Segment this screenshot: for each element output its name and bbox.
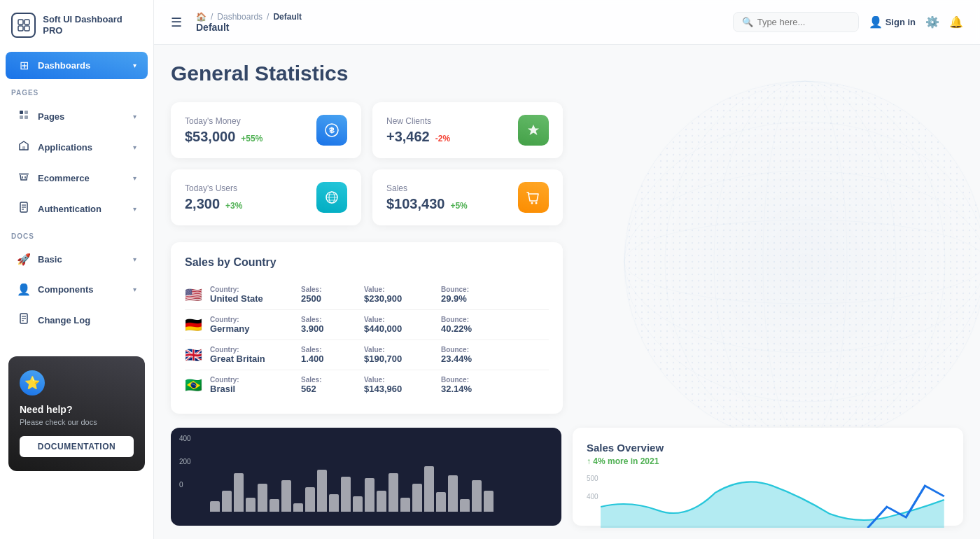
content-inner: General Statistics Today's Money $53,000… <box>171 62 963 526</box>
docs-section-label: DOCS <box>0 224 153 244</box>
bar-chart <box>185 449 547 512</box>
content-area: /* dots rendered via pattern below */ Ge… <box>154 45 980 539</box>
gear-icon: ⚙️ <box>925 15 939 29</box>
svg-rect-8 <box>22 146 25 150</box>
overview-title: Sales Overview <box>587 442 949 454</box>
sidebar-item-dashboards[interactable]: ⊞ Dashboards ▾ <box>6 52 148 79</box>
changelog-label: Change Log <box>38 315 90 326</box>
user-icon: 👤 <box>869 15 883 29</box>
help-star-icon: ⭐ <box>20 370 45 396</box>
components-label: Components <box>38 284 93 295</box>
pages-label: Pages <box>38 111 64 122</box>
sidebar: Soft UI Dashboard PRO ⊞ Dashboards ▾ PAG… <box>0 0 154 539</box>
country-row: 🇧🇷 Country: Brasil Sales: 562 Value: $14… <box>185 370 549 400</box>
bar <box>234 473 244 512</box>
documentation-button[interactable]: DOCUMENTATION <box>20 436 134 457</box>
bar <box>365 478 374 512</box>
stat-card-sales: Sales $103,430 +5% <box>372 169 563 225</box>
logo-text: Soft UI Dashboard PRO <box>43 14 142 36</box>
help-subtitle: Please check our docs <box>20 418 134 426</box>
stats-grid: Today's Money $53,000 +55% New Clients <box>171 102 563 225</box>
flag: 🇬🇧 <box>185 346 210 363</box>
bar-chart-card: 400 200 0 <box>171 428 561 526</box>
signin-button[interactable]: 👤 Sign in <box>869 15 916 29</box>
sales-by-country-title: Sales by Country <box>185 256 549 269</box>
bar <box>210 501 220 512</box>
pages-icon <box>17 109 31 123</box>
sidebar-item-changelog[interactable]: Change Log <box>6 306 148 334</box>
breadcrumb-dashboards[interactable]: Dashboards <box>217 12 262 22</box>
search-box[interactable]: 🔍 <box>733 12 859 32</box>
home-icon: 🏠 <box>196 12 206 22</box>
bar <box>424 466 434 512</box>
pages-chevron: ▾ <box>133 113 136 120</box>
overview-change: ↑ 4% more in 2021 <box>587 456 949 466</box>
sidebar-item-ecommerce[interactable]: Ecommerce ▾ <box>6 164 148 192</box>
stat-change-clients: -2% <box>435 134 450 144</box>
stat-icon-money <box>316 115 347 146</box>
bar <box>388 473 398 512</box>
stat-change-users: +3% <box>225 201 242 211</box>
sidebar-item-applications[interactable]: Applications ▾ <box>6 133 148 161</box>
svg-rect-7 <box>24 115 28 119</box>
bar <box>472 480 482 512</box>
stat-change-money: +55% <box>241 134 262 144</box>
stat-value-users: 2,300 <box>185 196 220 212</box>
general-statistics-title: General Statistics <box>171 62 963 85</box>
sidebar-item-authentication[interactable]: Authentication ▾ <box>6 195 148 223</box>
bar <box>341 477 351 512</box>
bell-icon: 🔔 <box>949 15 963 29</box>
stat-card-users: Today's Users 2,300 +3% <box>171 169 361 225</box>
svg-rect-0 <box>18 20 23 24</box>
svg-rect-3 <box>24 26 29 31</box>
bar <box>222 491 232 512</box>
stat-card-money: Today's Money $53,000 +55% <box>171 102 361 158</box>
bar <box>281 480 291 512</box>
bar <box>329 494 339 512</box>
ecommerce-icon <box>17 171 31 185</box>
bar <box>377 491 386 512</box>
stat-icon-sales <box>518 182 549 213</box>
country-row: 🇺🇸 Country: United State Sales: 2500 Val… <box>185 280 549 310</box>
stat-change-sales: +5% <box>450 201 467 211</box>
sidebar-item-pages[interactable]: Pages ▾ <box>6 102 148 130</box>
logo-icon <box>11 13 36 38</box>
notifications-button[interactable]: 🔔 <box>949 15 963 29</box>
bar <box>258 484 267 512</box>
topbar: ☰ 🏠 / Dashboards / Default Default 🔍 👤 S… <box>154 0 980 45</box>
bar <box>246 498 255 512</box>
breadcrumb-current: Default <box>273 12 302 22</box>
chart-y-labels: 400 200 0 <box>179 435 191 489</box>
svg-rect-1 <box>24 20 29 24</box>
svg-rect-9 <box>19 173 29 175</box>
overview-chart: 500 400 <box>587 472 949 528</box>
search-input[interactable] <box>757 17 848 27</box>
stat-label-money: Today's Money <box>185 116 262 126</box>
applications-label: Applications <box>38 142 92 153</box>
settings-button[interactable]: ⚙️ <box>925 15 939 29</box>
applications-chevron: ▾ <box>133 144 136 151</box>
stat-value-money: $53,000 <box>185 129 235 145</box>
bottom-row: 400 200 0 Sales Overview ↑ 4% more in 20… <box>171 428 963 526</box>
sidebar-item-components[interactable]: 👤 Components ▾ <box>6 276 148 303</box>
basic-icon: 🚀 <box>17 253 31 266</box>
sidebar-item-basic[interactable]: 🚀 Basic ▾ <box>6 246 148 273</box>
svg-point-32 <box>536 202 538 204</box>
search-icon: 🔍 <box>742 17 753 27</box>
bar <box>293 503 303 512</box>
sales-overview-card: Sales Overview ↑ 4% more in 2021 500 400 <box>573 428 963 526</box>
bar <box>460 499 470 512</box>
flag: 🇺🇸 <box>185 286 210 303</box>
page-title: Default <box>196 22 302 33</box>
bar <box>317 470 327 512</box>
main-area: ☰ 🏠 / Dashboards / Default Default 🔍 👤 S… <box>154 0 980 539</box>
changelog-icon <box>17 313 31 327</box>
svg-rect-5 <box>24 111 28 114</box>
dashboards-icon: ⊞ <box>17 59 31 72</box>
hamburger-icon[interactable]: ☰ <box>171 15 182 30</box>
bar <box>353 496 363 512</box>
stat-icon-clients <box>518 115 549 146</box>
stat-value-clients: +3,462 <box>386 129 430 145</box>
bar <box>305 487 315 512</box>
svg-rect-2 <box>18 26 23 31</box>
